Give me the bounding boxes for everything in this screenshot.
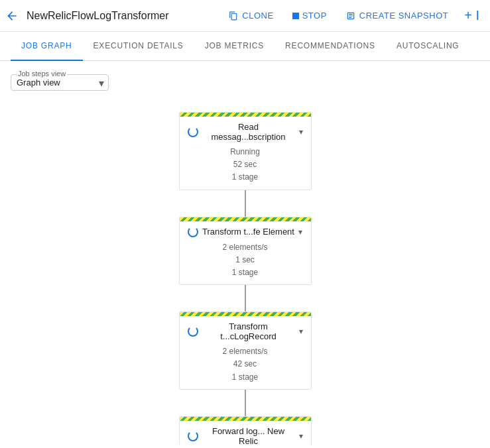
tab-job-graph[interactable]: JOB GRAPH	[11, 32, 83, 61]
running-icon	[188, 326, 198, 337]
step-stat-time: 1 sec	[188, 254, 303, 266]
step-name: Read messag...bscription	[202, 122, 295, 142]
chevron-down-icon[interactable]: ▾	[299, 327, 303, 336]
running-icon	[188, 227, 198, 237]
step-name: Forward log... New Relic	[202, 426, 295, 445]
step-title: Transform t...cLogRecord ▾	[188, 321, 303, 341]
more-button[interactable]: + I	[459, 5, 485, 26]
tab-autoscaling[interactable]: AUTOSCALING	[386, 32, 470, 61]
tab-job-metrics[interactable]: JOB METRICS	[194, 32, 275, 61]
header-actions: CLONE STOP CREATE SNAPSHOT + I	[220, 5, 485, 26]
stop-icon	[292, 13, 299, 19]
step-card[interactable]: Read messag...bscription ▾ Running 52 se…	[179, 112, 312, 190]
step-card[interactable]: Transform t...fe Element ▾ 2 elements/s …	[179, 217, 312, 286]
step-body: Transform t...cLogRecord ▾ 2 elements/s …	[180, 316, 311, 389]
stop-button[interactable]: STOP	[284, 7, 335, 25]
chevron-down-icon[interactable]: ▾	[299, 127, 303, 137]
clone-button[interactable]: CLONE	[220, 7, 281, 25]
step-stat-stage: 1 stage	[188, 371, 303, 384]
step-status: Running	[188, 146, 303, 158]
running-icon	[188, 431, 198, 441]
step-title: Read messag...bscription ▾	[188, 122, 303, 142]
tab-execution-details[interactable]: EXECUTION DETAILS	[83, 32, 194, 61]
create-snapshot-label: CREATE SNAPSHOT	[359, 11, 448, 21]
create-snapshot-button[interactable]: CREATE SNAPSHOT	[337, 7, 456, 25]
step-name: Transform t...cLogRecord	[202, 321, 295, 341]
step-body: Transform t...fe Element ▾ 2 elements/s …	[180, 221, 311, 285]
step-stat-time: 42 sec	[188, 358, 303, 370]
connector	[245, 390, 246, 416]
tabs-bar: JOB GRAPH EXECUTION DETAILS JOB METRICS …	[0, 32, 490, 61]
step-card[interactable]: Transform t...cLogRecord ▾ 2 elements/s …	[179, 311, 312, 390]
step-title: Forward log... New Relic ▾	[188, 426, 303, 445]
step-body: Forward log... New Relic ▾ 2 elements/s …	[180, 421, 311, 445]
step-stat-rate: 2 elements/s	[188, 345, 303, 358]
back-button[interactable]	[5, 9, 19, 23]
step-stat-time: 52 sec	[188, 158, 303, 171]
step-stat-stage: 1 stage	[188, 266, 303, 279]
header: NewRelicFlowLogTransformer CLONE STOP	[0, 0, 490, 32]
step-body: Read messag...bscription ▾ Running 52 se…	[180, 117, 311, 190]
clone-label: CLONE	[242, 11, 273, 21]
stop-label: STOP	[302, 11, 327, 21]
view-selector-select[interactable]: Graph view List view	[17, 78, 103, 87]
connector	[245, 285, 246, 311]
step-card[interactable]: Forward log... New Relic ▾ 2 elements/s …	[179, 416, 312, 445]
chevron-down-icon[interactable]: ▾	[299, 431, 303, 441]
chevron-down-icon[interactable]: ▾	[298, 227, 302, 237]
snapshot-icon	[345, 11, 356, 21]
connector	[245, 190, 246, 217]
page-title: NewRelicFlowLogTransformer	[27, 10, 220, 22]
step-stat-rate: 2 elements/s	[188, 241, 303, 254]
tab-recommendations[interactable]: RECOMMENDATIONS	[275, 32, 386, 61]
step-stat-stage: 1 stage	[188, 171, 303, 184]
running-icon	[188, 127, 198, 137]
view-selector-wrapper: Job steps view Graph view List view ▾	[11, 74, 109, 91]
pipeline-graph: Read messag...bscription ▾ Running 52 se…	[11, 112, 479, 445]
step-title: Transform t...fe Element ▾	[188, 227, 303, 237]
main-content: Job steps view Graph view List view ▾ Re…	[0, 61, 490, 445]
view-selector-label: Job steps view	[17, 70, 67, 78]
step-name: Transform t...fe Element	[202, 227, 294, 237]
clone-icon	[228, 11, 239, 21]
